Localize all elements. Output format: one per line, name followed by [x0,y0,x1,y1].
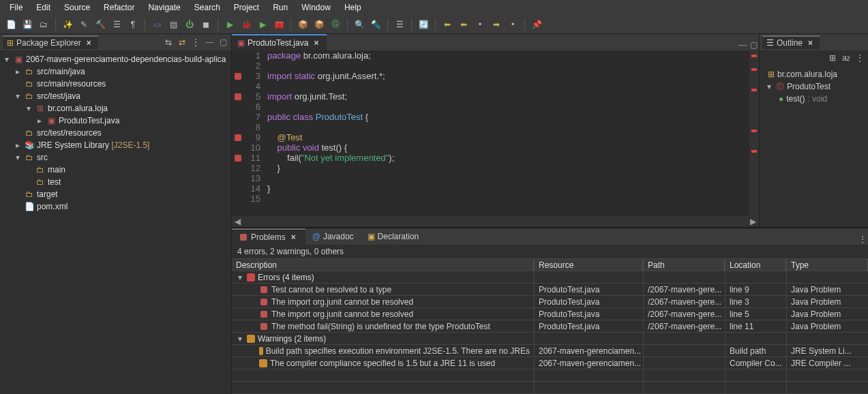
ext-tools-icon[interactable]: 🧰 [272,18,286,31]
col-path[interactable]: Path [643,259,725,271]
save-all-icon[interactable]: 🗂 [37,18,50,31]
outline-method[interactable]: test() [786,94,805,104]
pilcrow-icon[interactable]: ¶ [126,18,140,31]
toggle-icon[interactable]: ☰ [110,18,123,31]
stop-icon[interactable]: ◼ [199,18,213,31]
outline-pkg[interactable]: br.com.alura.loja [777,70,837,79]
new-type-icon[interactable]: Ⓖ [329,18,342,31]
problems-tab[interactable]: Problems× [232,228,305,245]
menu-run[interactable]: Run [266,1,295,14]
menu-edit[interactable]: Edit [29,1,57,14]
build-icon[interactable]: 🔨 [93,18,107,31]
run-icon[interactable]: ▶ [223,18,237,31]
minimize-icon[interactable]: — [737,40,748,50]
save-icon[interactable]: 💾 [20,18,34,31]
tree-pom[interactable]: pom.xml [37,202,68,211]
editor-tab[interactable]: ▣ ProdutoTest.java × [232,34,327,50]
overview-ruler[interactable] [749,50,759,216]
tree-pkg[interactable]: br.com.alura.loja [48,104,108,113]
menu-project[interactable]: Project [227,1,266,14]
code-editor[interactable]: 123456789101112131415 package br.com.alu… [232,50,759,216]
project-name[interactable]: 2067-maven-gerenciamento-dependencias-bu… [26,55,226,64]
tree-src-main-java[interactable]: src/main/java [37,67,85,76]
errors-group[interactable]: ▾Errors (4 items) [232,271,868,284]
menu-source[interactable]: Source [57,1,97,14]
tree-test[interactable]: test [48,177,61,187]
menu-window[interactable]: Window [295,1,338,14]
menu-help[interactable]: Help [338,1,368,14]
dash-icon[interactable]: • [473,18,487,31]
task-icon[interactable]: ☰ [393,18,406,31]
main-toolbar: 📄 💾 🗂 ✨ ✎ 🔨 ☰ ¶ ▭ ▤ ⏻ ◼ ▶ 🐞 ▶ 🧰 📦 📦 Ⓖ 🔍 … [0,15,868,34]
view-menu-icon[interactable]: ⋮ [190,37,201,48]
package-explorer-tab[interactable]: ⊞ Package Explorer × [3,35,98,49]
coverage-icon[interactable]: ▶ [256,18,269,31]
problem-row[interactable]: The compiler compliance specified is 1.5… [232,357,868,369]
col-description[interactable]: Description [232,259,534,271]
tree-main[interactable]: main [48,165,65,175]
problem-row[interactable]: Test cannot be resolved to a typeProduto… [232,284,868,296]
edit-icon[interactable]: ✎ [77,18,91,31]
declaration-tab[interactable]: ▣Declaration [361,228,426,245]
close-icon[interactable]: × [805,38,815,48]
tree-file[interactable]: ProdutoTest.java [59,116,119,125]
menu-refactor[interactable]: Refactor [97,1,141,14]
tree-target[interactable]: target [37,190,58,199]
warnings-group[interactable]: ▾Warnings (2 items) [232,333,868,345]
close-icon[interactable]: × [311,38,321,48]
list-icon[interactable]: ▤ [166,18,180,31]
collapse-all-icon[interactable]: ⇆ [163,37,174,48]
folder-icon: 🗀 [24,189,35,200]
project-tree[interactable]: ▾▣2067-maven-gerenciamento-dependencias-… [0,50,231,394]
new-class-icon[interactable]: 📦 [312,18,326,31]
problem-row[interactable]: Build path specifies execution environme… [232,345,868,357]
problem-row[interactable]: The import org.junit cannot be resolvedP… [232,308,868,320]
power-icon[interactable]: ⏻ [183,18,196,31]
menu-navigate[interactable]: Navigate [141,1,187,14]
horizontal-scrollbar[interactable]: ◀▶ [232,216,759,227]
maximize-icon[interactable]: ▢ [218,37,228,48]
view-menu-icon[interactable]: ⋮ [857,234,868,245]
close-icon[interactable]: × [288,232,299,242]
debug-icon[interactable]: 🐞 [239,18,253,31]
back2-icon[interactable]: ⬅ [457,18,470,31]
link-editor-icon[interactable]: ⇄ [177,37,188,48]
new-pkg-icon[interactable]: 📦 [296,18,310,31]
close-icon[interactable]: × [84,38,94,48]
library-icon: 📚 [24,140,35,151]
tree-src[interactable]: src [37,153,48,162]
rect-icon[interactable]: ▭ [150,18,164,31]
maximize-icon[interactable]: ▢ [748,40,759,50]
outline-class[interactable]: ProdutoTest [787,82,830,91]
problem-row[interactable]: The import org.junit cannot be resolvedP… [232,296,868,308]
col-type[interactable]: Type [786,259,868,271]
sort-icon[interactable]: az [841,52,852,63]
new-icon[interactable]: 📄 [4,18,18,31]
col-resource[interactable]: Resource [534,259,643,271]
menu-file[interactable]: File [3,1,29,14]
tree-src-test-res[interactable]: src/test/resources [37,128,102,138]
javadoc-tab[interactable]: @Javadoc [305,228,361,245]
outline-tab[interactable]: ☰ Outline × [762,35,820,49]
problems-header[interactable]: Description Resource Path Location Type [232,259,868,271]
wand-icon[interactable]: ✨ [61,18,74,31]
scroll-right-icon[interactable]: ▶ [750,217,756,226]
problem-row[interactable]: The method fail(String) is undefined for… [232,320,868,333]
tree-jre[interactable]: JRE System Library [J2SE-1.5] [37,140,149,150]
problems-icon [239,233,248,241]
focus-icon[interactable]: ⊞ [827,52,838,63]
filter-icon[interactable]: ⋮ [854,52,865,63]
back-icon[interactable]: ⬅ [440,18,454,31]
pin-icon[interactable]: 📌 [530,18,543,31]
tree-src-main-res[interactable]: src/main/resources [37,79,106,89]
dash2-icon[interactable]: • [506,18,520,31]
minimize-icon[interactable]: — [204,37,215,48]
tree-src-test-java[interactable]: src/test/java [37,91,80,101]
scroll-left-icon[interactable]: ◀ [235,217,241,226]
col-location[interactable]: Location [725,259,786,271]
open-type-icon[interactable]: 🔍 [353,18,366,31]
menu-search[interactable]: Search [188,1,227,14]
search-icon[interactable]: 🔦 [369,18,383,31]
refresh-icon[interactable]: 🔄 [417,18,430,31]
fwd-icon[interactable]: ➡ [490,18,503,31]
